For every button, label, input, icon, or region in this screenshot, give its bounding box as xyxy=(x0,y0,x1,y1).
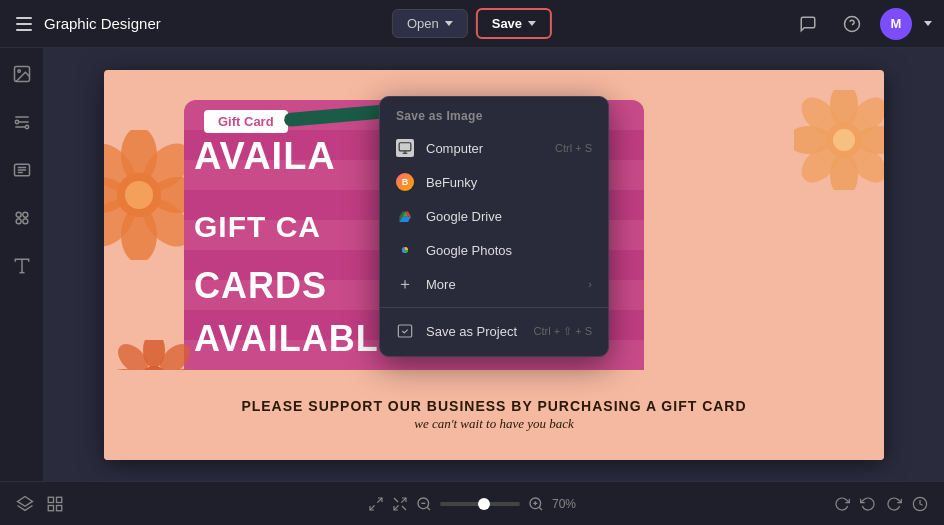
gc-bottom-sub: we can't wait to have you back xyxy=(414,416,573,432)
save-project-shortcut: Ctrl + ⇧ + S xyxy=(533,325,592,338)
svg-line-65 xyxy=(402,506,406,510)
open-label: Open xyxy=(407,16,439,31)
zoom-in-button[interactable] xyxy=(528,496,544,512)
dropdown-menu: Save as Image Computer Ctrl + S xyxy=(379,96,609,357)
gdrive-icon xyxy=(396,207,414,225)
svg-point-15 xyxy=(16,219,21,224)
bottom-left-tools xyxy=(16,495,64,513)
befunky-icon: B xyxy=(396,173,414,191)
sidebar-image-icon[interactable] xyxy=(8,60,36,88)
main-content: Gift Card AVAILA GIFT CA CARDS AVAILABLE… xyxy=(0,48,944,481)
bottom-right-tools xyxy=(834,496,928,512)
svg-rect-50 xyxy=(399,143,411,151)
svg-line-63 xyxy=(394,505,399,510)
gc-text2: GIFT CA xyxy=(194,210,321,244)
gc-label: Gift Card xyxy=(204,110,288,133)
project-icon xyxy=(396,322,414,340)
history-button[interactable] xyxy=(912,496,928,512)
svg-rect-59 xyxy=(57,505,62,510)
save-button[interactable]: Save xyxy=(476,8,552,39)
save-gdrive-item[interactable]: Google Drive xyxy=(380,199,608,233)
save-befunky-item[interactable]: B BeFunky xyxy=(380,165,608,199)
header: Graphic Designer Open Save M xyxy=(0,0,944,48)
gdrive-label: Google Drive xyxy=(426,209,592,224)
bottom-toolbar: 70% xyxy=(0,481,944,525)
save-chevron-icon xyxy=(528,21,536,26)
computer-icon xyxy=(396,139,414,157)
more-arrow-icon: › xyxy=(588,278,592,290)
svg-point-16 xyxy=(22,219,27,224)
sidebar xyxy=(0,48,44,481)
gphotos-icon xyxy=(396,241,414,259)
avatar[interactable]: M xyxy=(880,8,912,40)
save-computer-item[interactable]: Computer Ctrl + S xyxy=(380,131,608,165)
zoom-percent: 70% xyxy=(552,497,576,511)
open-chevron-icon xyxy=(445,21,453,26)
dropdown-header: Save as Image xyxy=(380,105,608,131)
befunky-label: BeFunky xyxy=(426,175,592,190)
save-label: Save xyxy=(492,16,522,31)
svg-point-39 xyxy=(833,129,855,151)
bottom-center-tools: 70% xyxy=(368,496,576,512)
more-icon: ＋ xyxy=(396,275,414,293)
dropdown-divider xyxy=(380,307,608,308)
menu-button[interactable] xyxy=(12,13,36,35)
gphotos-label: Google Photos xyxy=(426,243,592,258)
svg-rect-54 xyxy=(398,325,411,337)
sidebar-text-icon[interactable] xyxy=(8,252,36,280)
undo-button[interactable] xyxy=(860,496,876,512)
refresh-button[interactable] xyxy=(834,496,850,512)
open-button[interactable]: Open xyxy=(392,9,468,38)
save-more-item[interactable]: ＋ More › xyxy=(380,267,608,301)
svg-line-67 xyxy=(427,507,430,510)
svg-line-61 xyxy=(370,505,375,510)
sidebar-effects-icon[interactable] xyxy=(8,108,36,136)
svg-line-64 xyxy=(394,498,398,502)
redo-button[interactable] xyxy=(886,496,902,512)
svg-marker-55 xyxy=(18,496,33,506)
layers-button[interactable] xyxy=(16,495,34,513)
gc-text1: AVAILA xyxy=(194,135,336,178)
svg-point-29 xyxy=(125,181,153,209)
save-gphotos-item[interactable]: Google Photos xyxy=(380,233,608,267)
save-dropdown: Save as Image Computer Ctrl + S xyxy=(379,96,609,357)
chat-button[interactable] xyxy=(792,8,824,40)
svg-line-60 xyxy=(377,498,382,503)
header-center: Open Save xyxy=(392,8,552,39)
zoom-slider[interactable] xyxy=(440,502,520,506)
fit-screen-button[interactable] xyxy=(368,496,384,512)
flower-right-icon xyxy=(794,90,884,190)
gc-text3: CARDS xyxy=(194,265,327,307)
svg-line-62 xyxy=(401,498,406,503)
computer-shortcut: Ctrl + S xyxy=(555,142,592,154)
svg-rect-58 xyxy=(48,505,53,510)
sidebar-elements-icon[interactable] xyxy=(8,204,36,232)
svg-line-70 xyxy=(539,507,542,510)
gc-bottom-main: PLEASE SUPPORT OUR BUSINESS BY PURCHASIN… xyxy=(241,398,746,414)
svg-rect-57 xyxy=(57,497,62,502)
grid-button[interactable] xyxy=(46,495,64,513)
header-right: M xyxy=(792,8,932,40)
zoom-thumb xyxy=(478,498,490,510)
gc-bottom-text: PLEASE SUPPORT OUR BUSINESS BY PURCHASIN… xyxy=(104,370,884,460)
svg-point-7 xyxy=(15,120,18,123)
help-button[interactable] xyxy=(836,8,868,40)
save-project-item[interactable]: Save as Project Ctrl + ⇧ + S xyxy=(380,314,608,348)
zoom-out-button[interactable] xyxy=(416,496,432,512)
svg-point-8 xyxy=(25,125,28,128)
svg-rect-56 xyxy=(48,497,53,502)
more-label: More xyxy=(426,277,576,292)
svg-point-3 xyxy=(17,70,19,73)
actual-size-button[interactable] xyxy=(392,496,408,512)
app-title: Graphic Designer xyxy=(44,15,161,32)
svg-point-13 xyxy=(16,212,21,217)
computer-label: Computer xyxy=(426,141,543,156)
save-project-label: Save as Project xyxy=(426,324,521,339)
avatar-chevron-icon xyxy=(924,21,932,26)
svg-point-14 xyxy=(22,212,27,217)
sidebar-text-tool-icon[interactable] xyxy=(8,156,36,184)
canvas-area: Gift Card AVAILA GIFT CA CARDS AVAILABLE… xyxy=(44,48,944,481)
